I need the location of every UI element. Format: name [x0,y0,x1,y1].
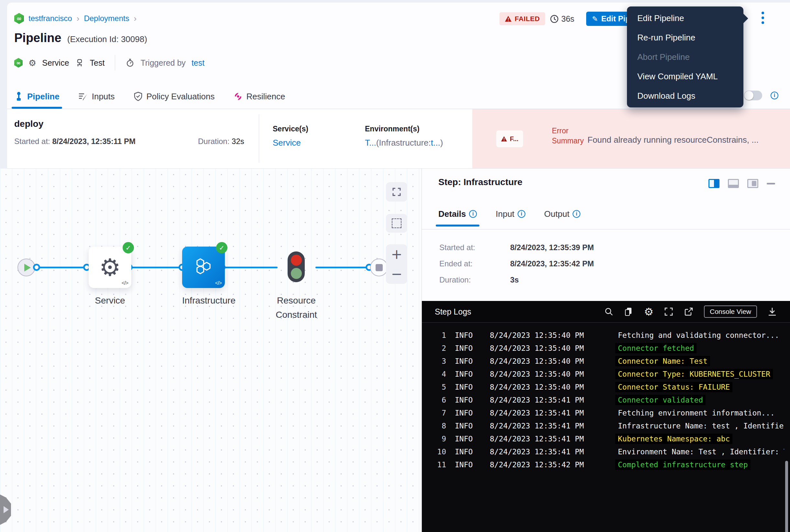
log-message: Connector Type: KUBERNETES_CLUSTER [615,369,773,379]
console-view-button[interactable]: Console View [704,305,757,318]
harness-cd-logo-icon: ∞ [14,13,24,24]
selection-box-icon [392,218,402,228]
duration-value: 3s [510,276,519,284]
pipeline-start-node[interactable] [18,259,35,277]
connector-dot[interactable] [33,264,40,271]
layout-bottom-button[interactable] [728,179,739,188]
tab-inputs[interactable]: Inputs [78,84,115,109]
more-options-button[interactable] [759,12,766,24]
pipeline-execution-page: ∞ testfrancisco › Deployments › Pipeline… [0,0,790,532]
menu-item-view-compiled-yaml[interactable]: View Compiled YAML [627,66,744,86]
log-message: Connector Status: FAILURE [615,382,732,392]
warning-icon [501,136,507,142]
log-row: 11INFO8/24/2023 12:35:42 PMCompleted inf… [422,458,784,471]
success-check-icon: ✓ [216,242,227,253]
log-line-number: 8 [422,422,446,430]
service-link[interactable]: Service [273,138,308,148]
warning-icon [505,16,512,22]
log-timestamp: 8/24/2023 12:35:40 PM [490,357,587,365]
tab-policy-evaluations[interactable]: Policy Evaluations [134,84,215,109]
shield-check-icon [134,92,143,101]
log-level: INFO [455,383,478,391]
stage-duration: Duration: 32s [198,137,244,146]
info-icon[interactable]: i [771,92,778,99]
breadcrumb-account-link[interactable]: testfrancisco [28,14,72,23]
detail-row-started: Started at: 8/24/2023, 12:35:39 PM [439,243,475,252]
log-line-number: 1 [422,331,446,340]
info-icon[interactable]: i [573,210,580,218]
node-infrastructure[interactable]: ✓ </> [182,247,225,288]
layout-split-right-button[interactable] [709,179,719,188]
triggered-by-user-link[interactable]: test [192,58,205,68]
node-resource-constraint[interactable] [288,251,305,282]
chevron-right-icon: › [134,14,136,24]
edge [222,267,277,268]
tab-pipeline[interactable]: Pipeline [14,84,59,109]
environment-link[interactable]: T...(Infrastructure:t...) [365,138,443,148]
log-message: Infrastructure Name: test , Identifier: [615,421,784,431]
edge [129,267,182,268]
multi-select-button[interactable] [386,214,407,233]
honeycomb-icon [191,255,216,280]
status-text: FAILED [515,15,540,23]
info-icon[interactable]: i [518,210,525,218]
tab-resilience[interactable]: Resilience [234,84,285,109]
layout-right-button[interactable] [747,179,758,188]
duration-value: 32s [232,137,244,146]
error-status-badge: F... [496,130,523,147]
log-timestamp: 8/24/2023 12:35:41 PM [490,409,587,417]
log-level: INFO [455,435,478,443]
view-toggle[interactable] [744,91,762,100]
stage-started: Started at: 8/24/2023, 12:35:11 PM [14,137,136,146]
node-service[interactable]: ⚙ ✓ </> [89,247,131,288]
menu-item-download-logs[interactable]: Download Logs [627,86,744,106]
copy-icon[interactable] [624,307,633,317]
fullscreen-icon[interactable] [664,307,674,317]
breadcrumb-deployments-link[interactable]: Deployments [84,14,129,23]
fullscreen-icon [392,187,402,197]
download-icon[interactable] [767,307,777,317]
log-timestamp: 8/24/2023 12:35:40 PM [490,331,587,340]
log-line-number: 5 [422,383,446,391]
log-message: Kubernetes Namespace: abc [615,434,732,444]
traffic-red-light [291,255,302,266]
test-tag[interactable]: Test [90,58,105,68]
log-settings-gear-icon[interactable]: ⚙ [644,306,654,317]
menu-item-edit-pipeline[interactable]: Edit Pipeline [627,8,744,28]
log-timestamp: 8/24/2023 12:35:41 PM [490,422,587,430]
menu-item-re-run-pipeline[interactable]: Re-run Pipeline [627,28,744,47]
zoom-out-button[interactable]: − [391,267,402,281]
log-row: 3INFO8/24/2023 12:35:40 PMConnector Name… [422,355,784,367]
open-external-icon[interactable] [684,307,694,317]
pipeline-canvas[interactable]: ⚙ ✓ </> Service ✓ </> Infrastructure Res… [0,169,422,532]
log-scrollbar[interactable] [785,461,788,532]
minimize-panel-button[interactable] [767,183,775,185]
log-timestamp: 8/24/2023 12:35:41 PM [490,396,587,404]
error-summary-zone: F... ErrorSummary Found already running … [472,109,790,168]
clock-icon [550,15,559,23]
fullscreen-canvas-button[interactable] [386,182,407,202]
tab-details[interactable]: Detailsi [438,204,477,224]
log-level: INFO [455,448,478,456]
code-icon: </> [122,280,128,286]
log-row: 7INFO8/24/2023 12:35:41 PMFetching envir… [422,406,784,419]
pipeline-end-node[interactable] [370,259,388,277]
tab-input[interactable]: Inputi [496,204,525,224]
search-icon[interactable] [604,307,613,316]
zoom-in-button[interactable]: + [391,248,402,261]
stage-name[interactable]: deploy [14,119,43,129]
toggle-knob [745,91,753,100]
log-row: 9INFO8/24/2023 12:35:41 PMKubernetes Nam… [422,432,784,445]
log-line-number: 6 [422,396,446,404]
environments-column: Environment(s) T...(Infrastructure:t...) [365,125,443,148]
service-tag[interactable]: Service [42,58,69,68]
menu-item-abort-pipeline: Abort Pipeline [627,47,744,66]
log-line-number: 4 [422,370,446,378]
step-logs-title: Step Logs [435,307,471,317]
info-icon[interactable]: i [469,210,477,218]
tab-output[interactable]: Outputi [544,204,580,224]
log-list[interactable]: 1INFO8/24/2023 12:35:40 PMFetching and v… [422,329,784,532]
log-row: 8INFO8/24/2023 12:35:41 PMInfrastructure… [422,419,784,432]
log-level: INFO [455,370,478,378]
error-summary-message[interactable]: Found already running resourceConstrains… [587,135,780,145]
